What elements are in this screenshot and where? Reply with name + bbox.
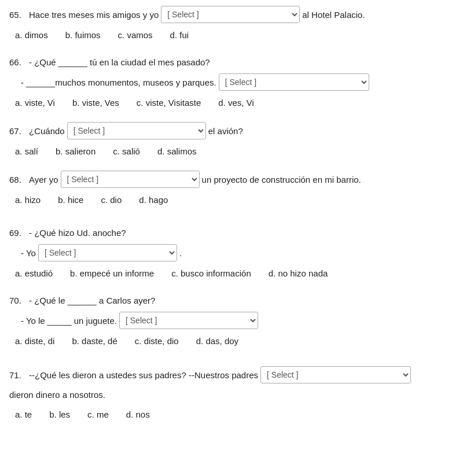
question-69: 69. - ¿Qué hizo Ud. anoche? - Yo [ Selec… — [9, 225, 454, 282]
question-71: 71. --¿Qué les dieron a ustedes sus padr… — [9, 366, 454, 423]
q66-line1: - ¿Qué ______ tú en la ciudad el mes pas… — [29, 54, 210, 70]
q68-answer-c: c. dio — [101, 191, 122, 209]
question-65: 65. Hace tres meses mis amigos y yo [ Se… — [9, 6, 454, 44]
q69-select[interactable]: [ Select ] — [38, 244, 177, 261]
q69-line1: - ¿Qué hizo Ud. anoche? — [29, 225, 126, 241]
q66-select[interactable]: [ Select ] — [219, 73, 369, 91]
question-66: 66. - ¿Qué ______ tú en la ciudad el mes… — [9, 54, 454, 112]
q66-answer-d: d. ves, Vi — [218, 94, 253, 112]
q68-answer-d: d. hago — [139, 191, 168, 209]
q66-answer-c: c. viste, Visitaste — [137, 94, 201, 112]
q71-answer-b: b. les — [49, 406, 70, 423]
q71-answer-a: a. te — [15, 406, 32, 423]
q69-answer-d: d. no hizo nada — [269, 265, 328, 282]
q70-answer-c: c. diste, dio — [135, 333, 179, 350]
q67-number: 67. — [9, 123, 27, 139]
q65-answer-a: a. dimos — [15, 27, 48, 44]
q67-answer-c: c. salió — [113, 143, 140, 160]
q69-number: 69. — [9, 225, 27, 241]
question-70: 70. - ¿Qué le ______ a Carlos ayer? - Yo… — [9, 293, 454, 350]
q71-answer-c: c. me — [87, 406, 109, 423]
q69-answer-c: c. busco información — [171, 265, 251, 282]
question-68: 68. Ayer yo [ Select ] un proyecto de co… — [9, 171, 454, 209]
q67-answer-d: d. salimos — [157, 143, 197, 160]
q67-select[interactable]: [ Select ] — [67, 122, 206, 139]
question-67: 67. ¿Cuándo [ Select ] el avión? a. salí… — [9, 122, 454, 160]
q70-number: 70. — [9, 293, 27, 308]
q66-answer-a: a. viste, Vi — [15, 94, 55, 112]
q65-answer-c: c. vamos — [118, 27, 153, 44]
q71-number: 71. — [9, 367, 27, 383]
q65-number: 65. — [9, 7, 27, 23]
q69-answer-a: a. estudió — [15, 265, 53, 282]
q67-text-before: ¿Cuándo — [29, 123, 65, 139]
q66-line2-before: - ______muchos monumentos, museos y parq… — [21, 75, 216, 90]
q71-answer-d: d. nos — [126, 406, 150, 423]
q69-line2-before: - Yo — [21, 245, 36, 261]
q70-line1: - ¿Qué le ______ a Carlos ayer? — [29, 293, 155, 308]
q71-line2: dieron dinero a nosotros. — [9, 387, 105, 403]
q70-answer-a: a. diste, di — [15, 333, 54, 350]
q66-number: 66. — [9, 54, 27, 70]
q65-select[interactable]: [ Select ] — [161, 6, 300, 23]
q67-answer-b: b. salieron — [56, 143, 95, 160]
q67-text-after: el avión? — [208, 123, 243, 139]
q71-select[interactable]: [ Select ] — [260, 366, 411, 383]
q71-text-before: --¿Qué les dieron a ustedes sus padres? … — [29, 367, 258, 383]
q68-text-after: un proyecto de construcción en mi barrio… — [202, 172, 361, 187]
q68-answer-a: a. hizo — [15, 191, 41, 209]
q68-number: 68. — [9, 172, 27, 187]
q65-answer-b: b. fuimos — [65, 27, 101, 44]
q70-line2-before: - Yo le _____ un juguete. — [21, 313, 117, 329]
q68-text-before: Ayer yo — [29, 172, 58, 187]
q65-text-before: Hace tres meses mis amigos y yo — [29, 7, 159, 23]
q68-answer-b: b. hice — [58, 191, 83, 209]
q65-answer-d: d. fui — [170, 27, 189, 44]
q69-line2-after: . — [179, 245, 182, 261]
q65-text-after: al Hotel Palacio. — [302, 7, 365, 23]
q66-answer-b: b. viste, Ves — [72, 94, 119, 112]
q70-answer-b: b. daste, dé — [72, 333, 117, 350]
q67-answer-a: a. salí — [15, 143, 38, 160]
q70-select[interactable]: [ Select ] — [119, 312, 258, 329]
q69-answer-b: b. empecé un informe — [70, 265, 154, 282]
q68-select[interactable]: [ Select ] — [61, 171, 200, 188]
q70-answer-d: d. das, doy — [196, 333, 238, 350]
